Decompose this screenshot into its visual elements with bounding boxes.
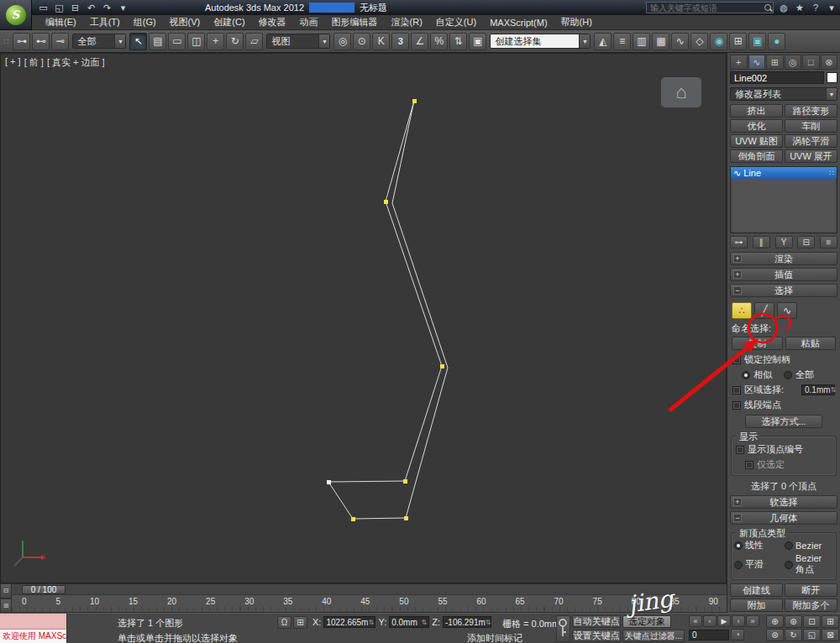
remove-modifier-icon[interactable]: ⊟ xyxy=(797,236,815,248)
geometry-button[interactable]: 断开 xyxy=(785,583,837,597)
menu-item[interactable]: 视图(V) xyxy=(163,15,207,29)
align-icon[interactable]: ≡ xyxy=(613,33,631,50)
track-bar[interactable]: 0 5 10 15 20 25 30 35 40 45 50 55 xyxy=(12,595,727,613)
curve-editor-icon[interactable]: ∿ xyxy=(671,33,689,50)
select-and-rotate-icon[interactable]: ↻ xyxy=(226,33,244,50)
select-and-scale-icon[interactable]: ▱ xyxy=(245,33,263,50)
open-file-icon[interactable]: ◱ xyxy=(53,2,66,13)
menu-item[interactable]: 创建(C) xyxy=(207,15,251,29)
zoom-all-icon[interactable]: ⊛ xyxy=(785,615,802,628)
field-of-view-icon[interactable]: ◱ xyxy=(803,629,821,641)
expand-icon[interactable]: + xyxy=(733,498,742,506)
keyboard-override-icon[interactable]: K xyxy=(372,33,390,50)
collapse-icon[interactable]: − xyxy=(733,514,742,522)
time-slider-handle[interactable]: 0 / 100 xyxy=(22,585,66,594)
menu-item[interactable]: 动画 xyxy=(293,15,325,29)
application-button[interactable]: S xyxy=(0,0,32,30)
select-object-icon[interactable]: ↖ xyxy=(129,33,147,50)
menu-item[interactable]: 修改器 xyxy=(252,15,293,29)
tab-modify[interactable]: ∿ xyxy=(748,55,766,70)
angle-snap-icon[interactable]: ∠ xyxy=(411,33,428,50)
play-icon[interactable]: ▶ xyxy=(717,615,731,627)
infocenter-search[interactable] xyxy=(646,2,774,13)
selection-region-icon[interactable]: ▭ xyxy=(168,33,186,50)
new-scene-icon[interactable]: ▭ xyxy=(37,2,50,13)
ribbon-toggle-icon[interactable]: ▦ xyxy=(652,33,669,50)
go-to-start-icon[interactable]: « xyxy=(689,615,702,627)
front-viewport[interactable]: [ + ] [ 前 ] [ 真实 + 边面 ] ⌂ xyxy=(0,53,727,583)
select-by-name-icon[interactable]: ▤ xyxy=(149,33,166,50)
rollout-soft-selection[interactable]: + 软选择 xyxy=(730,495,837,509)
search-input[interactable] xyxy=(647,3,763,13)
spinner-icon[interactable]: ⇅ xyxy=(422,619,428,626)
object-color-swatch[interactable] xyxy=(827,72,837,83)
tab-utilities[interactable]: ⊗ xyxy=(821,55,838,70)
named-selection-sets-dropdown[interactable]: 创建选择集 ▼ xyxy=(490,34,591,49)
open-mini-listener-icon[interactable]: ⊞ xyxy=(0,599,12,614)
viewport-menu-shading[interactable]: [ 真实 + 边面 ] xyxy=(47,56,105,69)
tab-create[interactable]: + xyxy=(730,55,748,70)
percent-snap-icon[interactable]: % xyxy=(430,33,448,50)
toolbar-grip[interactable]: ∷ xyxy=(3,37,8,46)
menu-item[interactable]: 图形编辑器 xyxy=(325,15,385,29)
spline-subobject-button[interactable]: ∿ xyxy=(777,302,797,319)
modifier-preset-button[interactable]: UVW 贴图 xyxy=(730,134,783,148)
next-frame-icon[interactable]: › xyxy=(732,615,745,627)
viewport-menu-general[interactable]: [ + ] xyxy=(5,56,21,69)
menu-item[interactable]: 工具(T) xyxy=(83,15,127,29)
show-vertex-numbers-checkbox[interactable] xyxy=(736,446,744,454)
reference-coordinate-dropdown[interactable]: 视图 ▼ xyxy=(266,34,330,49)
modifier-preset-button[interactable]: 挤出 xyxy=(730,104,783,118)
select-and-manipulate-icon[interactable]: ⊙ xyxy=(353,33,370,50)
bind-to-space-warp-icon[interactable]: ⊸ xyxy=(51,33,69,50)
spline-vertex[interactable] xyxy=(327,480,331,484)
current-frame-field[interactable]: 0 xyxy=(689,630,729,640)
zoom-extents-icon[interactable]: ⊡ xyxy=(803,615,821,628)
undo-icon[interactable]: ↶ xyxy=(85,2,97,13)
layer-manager-icon[interactable]: ▥ xyxy=(633,33,650,50)
modifier-preset-button[interactable]: 车削 xyxy=(785,119,837,133)
rollout-geometry[interactable]: − 几何体 xyxy=(730,511,837,525)
stack-item-line[interactable]: ∿ Line ∷ xyxy=(731,167,837,179)
unlink-selection-icon[interactable]: ⊷ xyxy=(32,33,50,50)
area-threshold-field[interactable]: 0.1mm ⇅ xyxy=(801,384,835,395)
absolute-mode-toggle-icon[interactable]: ⊞ xyxy=(293,616,307,629)
select-by-button[interactable]: 选择方式... xyxy=(745,415,822,428)
pan-icon[interactable]: ⊜ xyxy=(766,629,784,641)
chevron-down-icon[interactable]: ▼ xyxy=(579,34,590,48)
lock-handles-checkbox[interactable] xyxy=(732,356,741,364)
maximize-viewport-icon[interactable]: ⊠ xyxy=(822,629,839,641)
zoom-icon[interactable]: ⊕ xyxy=(766,615,784,628)
menu-item[interactable]: 帮助(H) xyxy=(554,15,599,29)
pin-stack-icon[interactable]: ⊶ xyxy=(730,236,748,248)
viewcube-home-icon[interactable]: ⌂ xyxy=(661,77,701,107)
spline-path-foot[interactable] xyxy=(328,481,406,519)
similar-radio[interactable] xyxy=(742,371,750,379)
viewport-menu-pov[interactable]: [ 前 ] xyxy=(24,56,44,69)
bezier-vertex-radio[interactable] xyxy=(785,541,793,550)
rollout-rendering[interactable]: + 渲染 xyxy=(730,252,837,265)
area-selection-checkbox[interactable] xyxy=(732,386,741,395)
edit-named-sets-icon[interactable]: ▣ xyxy=(469,33,486,50)
mirror-icon[interactable]: ◭ xyxy=(594,33,612,50)
window-crossing-icon[interactable]: ◫ xyxy=(187,33,205,50)
tab-display[interactable]: □ xyxy=(802,55,820,70)
spline-vertex[interactable] xyxy=(351,517,355,521)
menu-item[interactable]: 编辑(E) xyxy=(39,15,83,29)
tab-hierarchy[interactable]: ⊞ xyxy=(766,55,784,70)
segment-subobject-button[interactable]: ╱ xyxy=(754,302,774,319)
time-slider[interactable]: 0 / 100 xyxy=(12,583,727,595)
segment-end-checkbox[interactable] xyxy=(732,401,741,410)
selection-lock-toggle-icon[interactable]: Ω xyxy=(277,616,291,629)
spline-path-right[interactable] xyxy=(392,101,448,518)
schematic-view-icon[interactable]: ◇ xyxy=(690,33,708,50)
geometry-button[interactable]: 附加多个 xyxy=(785,599,837,612)
selected-only-checkbox[interactable] xyxy=(745,461,753,469)
previous-frame-icon[interactable]: ‹ xyxy=(703,615,717,627)
key-filters-button[interactable]: 关键点过滤器... xyxy=(622,630,685,642)
go-to-end-icon[interactable]: » xyxy=(746,615,759,627)
expand-icon[interactable]: + xyxy=(733,254,742,263)
modifier-stack[interactable]: ∿ Line ∷ xyxy=(730,166,837,233)
snap-toggle-3d-icon[interactable]: 3 xyxy=(391,33,409,50)
geometry-button[interactable]: 附加 xyxy=(730,599,783,612)
